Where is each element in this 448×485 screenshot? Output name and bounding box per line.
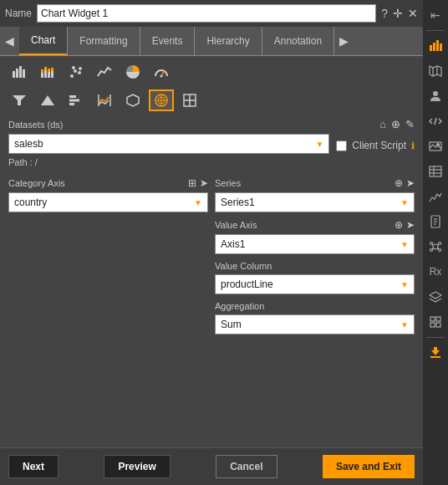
chart-type-gauge[interactable]	[149, 61, 174, 83]
client-script-checkbox[interactable]	[336, 140, 347, 151]
category-axis-arrow: ▼	[194, 198, 202, 207]
aggregation-dropdown[interactable]: Sum ▼	[215, 314, 415, 334]
preview-button[interactable]: Preview	[104, 455, 170, 478]
datasets-icons: ⌂ ⊕ ✎	[379, 118, 415, 130]
sidebar-grid-icon[interactable]	[424, 310, 447, 334]
title-input[interactable]	[37, 4, 376, 23]
svg-point-41	[433, 91, 438, 96]
value-axis-label: Value Axis	[215, 220, 257, 230]
svg-point-53	[433, 244, 438, 249]
tab-bar: ◀ Chart Formatting Events Hierarchy Anno…	[0, 27, 423, 56]
category-axis-dropdown[interactable]: country ▼	[8, 192, 208, 212]
sidebar-file-icon[interactable]	[424, 210, 447, 233]
move-icon[interactable]: ✛	[393, 7, 403, 20]
name-label: Name	[5, 8, 32, 19]
value-axis-send-icon[interactable]: ➤	[406, 219, 415, 231]
sidebar-map-icon[interactable]	[424, 59, 447, 83]
sidebar-chart-icon[interactable]	[424, 34, 447, 58]
sidebar-user-icon[interactable]	[424, 84, 447, 108]
cancel-button[interactable]: Cancel	[216, 455, 277, 478]
filter-icon-btn[interactable]	[7, 89, 32, 111]
tab-events[interactable]: Events	[140, 27, 196, 55]
chart-icons-row2	[0, 88, 423, 113]
tab-annotation[interactable]: Annotation	[262, 27, 334, 55]
datasets-value: salesb	[14, 138, 43, 150]
svg-rect-65	[436, 323, 440, 327]
tab-formatting[interactable]: Formatting	[68, 27, 140, 55]
save-exit-button[interactable]: Save and Exit	[323, 455, 415, 478]
svg-rect-67	[430, 356, 440, 358]
svg-rect-7	[44, 67, 47, 70]
category-axis-label-row: Category Axis ⊞ ➤	[8, 177, 208, 189]
right-col: Series ⊕ ➤ Series1 ▼ Value Axis	[215, 177, 415, 442]
hexagon-btn[interactable]	[120, 89, 145, 111]
sidebar-expand-icon[interactable]: ⇤	[424, 3, 447, 27]
svg-rect-1	[16, 69, 18, 78]
series-add-icon[interactable]: ⊕	[395, 177, 403, 189]
next-button[interactable]: Next	[8, 455, 59, 478]
value-axis-add-icon[interactable]: ⊕	[395, 219, 403, 231]
svg-marker-20	[41, 95, 54, 105]
tab-hierarchy[interactable]: Hierarchy	[195, 27, 262, 55]
svg-rect-64	[430, 323, 435, 327]
path-row: Path : /	[8, 157, 415, 167]
sidebar-code-icon[interactable]	[424, 110, 447, 133]
svg-point-44	[437, 144, 440, 146]
series-label-row: Series ⊕ ➤	[215, 177, 415, 189]
svg-rect-2	[19, 66, 22, 78]
datasets-edit-icon[interactable]: ✎	[405, 118, 415, 130]
close-icon[interactable]: ✕	[408, 7, 418, 20]
sidebar-analytics-icon[interactable]	[424, 185, 447, 208]
svg-point-16	[79, 67, 82, 70]
datasets-home-icon[interactable]: ⌂	[379, 118, 386, 130]
sidebar-rx-icon[interactable]: Rx	[424, 260, 447, 283]
tab-next-arrow[interactable]: ▶	[334, 27, 354, 55]
value-column-label-row: Value Column	[215, 261, 415, 271]
triangle-icon-btn[interactable]	[35, 89, 60, 111]
series-dropdown[interactable]: Series1 ▼	[215, 192, 415, 212]
chart-type-bar[interactable]	[7, 61, 32, 83]
sidebar-table-icon[interactable]	[424, 160, 447, 183]
polar-btn[interactable]	[149, 89, 174, 111]
svg-rect-8	[48, 72, 50, 78]
grid-btn[interactable]	[177, 89, 202, 111]
tab-prev-arrow[interactable]: ◀	[0, 27, 19, 55]
chart-type-stacked-bar[interactable]	[35, 61, 60, 83]
chart-type-line[interactable]	[92, 61, 117, 83]
help-icon[interactable]: ?	[381, 7, 388, 20]
category-axis-send-icon[interactable]: ➤	[200, 177, 208, 189]
svg-rect-35	[433, 43, 435, 51]
left-col: Category Axis ⊞ ➤ country ▼	[8, 177, 208, 442]
datasets-label-row: Datasets (ds) ⌂ ⊕ ✎	[8, 118, 415, 130]
svg-rect-4	[41, 73, 43, 78]
datasets-dropdown[interactable]: salesb ▼	[8, 134, 329, 154]
header: Name ? ✛ ✕	[0, 0, 423, 27]
sidebar-image-icon[interactable]	[424, 135, 447, 158]
category-axis-value: country	[14, 197, 47, 208]
tab-chart[interactable]: Chart	[19, 27, 68, 55]
dual-axis-btn[interactable]	[92, 89, 117, 111]
category-axis-manage-icon[interactable]: ⊞	[188, 177, 196, 189]
category-axis-label: Category Axis	[8, 178, 65, 188]
chart-type-pie[interactable]	[120, 61, 145, 83]
series-group: Series ⊕ ➤ Series1 ▼	[215, 177, 415, 212]
value-column-dropdown[interactable]: productLine ▼	[215, 274, 415, 294]
hbar-icon-btn[interactable]	[64, 89, 89, 111]
sidebar-download-icon[interactable]	[424, 341, 447, 365]
datasets-section: Datasets (ds) ⌂ ⊕ ✎ salesb ▼ Client Scri…	[0, 113, 423, 172]
svg-rect-37	[440, 43, 442, 51]
datasets-add-icon[interactable]: ⊕	[391, 118, 400, 130]
svg-rect-22	[69, 100, 79, 102]
svg-rect-11	[51, 68, 53, 71]
chart-type-scatter[interactable]	[64, 61, 89, 83]
series-send-icon[interactable]: ➤	[406, 177, 415, 189]
sidebar-layers-icon[interactable]	[424, 285, 447, 309]
footer: Next Preview Cancel Save and Exit	[0, 447, 423, 485]
client-script-row: Client Script ℹ	[336, 140, 415, 151]
svg-rect-10	[51, 71, 53, 78]
value-axis-dropdown[interactable]: Axis1 ▼	[215, 234, 415, 254]
svg-marker-38	[430, 66, 441, 76]
sidebar: ⇤ Rx	[423, 0, 448, 485]
sidebar-network-icon[interactable]	[424, 235, 447, 258]
svg-rect-62	[430, 317, 435, 321]
